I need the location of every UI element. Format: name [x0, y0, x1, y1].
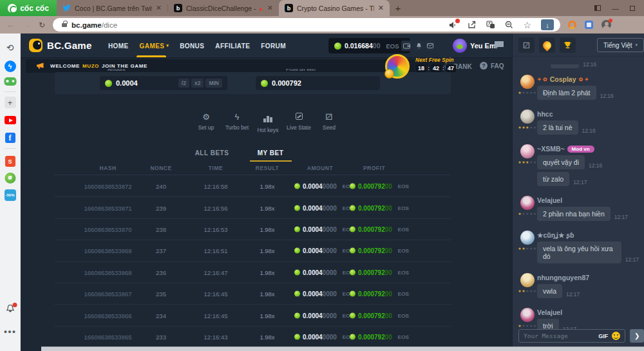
table-row[interactable]: 16608638533872 240 12:16:58 1.98x 0.0004…	[55, 176, 451, 197]
chat-username[interactable]: nhungnguyen87	[537, 274, 639, 281]
coccoc-brand-button[interactable]: cốc cốc	[0, 0, 57, 16]
refresh-icon[interactable]: ↻	[39, 21, 45, 30]
bet-amount: 0.00040000 EOS	[294, 204, 354, 211]
avatar[interactable]	[520, 75, 535, 89]
seed-button[interactable]: ⚂ Seed	[308, 112, 350, 131]
deal-leaf-icon[interactable]	[5, 173, 15, 184]
bookmark-star-icon[interactable]: ☆	[524, 20, 532, 30]
nav-games[interactable]: GAMES▾	[140, 43, 169, 50]
url-field[interactable]: bc.game/dice ☆ ↓	[53, 18, 560, 32]
bcgame-favicon: b	[285, 4, 293, 12]
eos-coin-icon	[350, 312, 355, 318]
chat-username[interactable]: Velajuel	[537, 308, 639, 316]
nav-home[interactable]: HOME	[108, 43, 129, 50]
bell-icon[interactable]	[6, 304, 14, 313]
chat-message-input[interactable]: Your Message GIF	[518, 329, 625, 343]
tab-twitter[interactable]: Coco | BC.Game trên Twitter: ✕	[57, 0, 167, 16]
language-selector[interactable]: Tiếng Việt ▾	[597, 38, 644, 52]
restore-window-button[interactable]	[630, 6, 635, 11]
history-icon[interactable]: ⟲	[6, 43, 14, 53]
add-shortcut-button[interactable]: +	[5, 97, 16, 108]
close-tab-icon[interactable]: ✕	[378, 4, 384, 12]
translate-icon[interactable]	[486, 21, 495, 30]
avatar[interactable]	[520, 196, 535, 210]
more-icon[interactable]: ●●●	[4, 328, 16, 335]
chat-username[interactable]: ~XSMB~ Mod vn	[537, 145, 639, 153]
tab-classicdice[interactable]: b ClassicDiceChallenge - ◄An ✕	[168, 0, 279, 16]
bet-amount-input[interactable]: 0.0004 /2 x2 MIN	[100, 76, 227, 90]
dice-games-button[interactable]: ⚂	[518, 37, 535, 53]
avatar[interactable]	[520, 109, 535, 124]
chat-message: ★★★★★ Velajuel trời 12:17 má 12:17	[518, 308, 639, 329]
chat-username[interactable]: Velajuel	[537, 196, 639, 204]
table-row[interactable]: 16608638533870 238 12:16:53 1.98x 0.0004…	[55, 219, 451, 240]
tab-all-bets[interactable]: ALL BETS	[189, 149, 234, 157]
close-tab-icon[interactable]: ✕	[156, 4, 162, 12]
coccoc-update-icon[interactable]	[568, 21, 576, 29]
browser-profile-icon[interactable]	[601, 20, 611, 30]
table-row[interactable]: 16608638533866 234 12:16:45 1.98x 0.0004…	[55, 305, 451, 326]
sidebar-toggle-icon[interactable]	[594, 5, 601, 11]
bet-amount: 0.00040000 EOS	[294, 290, 354, 298]
tab-my-bet[interactable]: MY BET	[248, 149, 293, 157]
share-icon[interactable]	[468, 21, 477, 30]
hotkeys-icon	[263, 112, 272, 122]
chat-toggle-button[interactable]	[494, 41, 505, 50]
chat-username[interactable]: hhcc	[537, 110, 639, 118]
chat-username[interactable]: ★cũŋʝ★ ʂɓ	[537, 231, 639, 239]
wallet-button[interactable]	[401, 41, 412, 51]
gif-button[interactable]: GIF	[598, 333, 608, 339]
bet-nonce: 240	[138, 183, 184, 190]
facebook-icon[interactable]: f	[5, 133, 15, 143]
user-stars: ★★★★★	[518, 125, 537, 129]
avatar[interactable]	[520, 273, 535, 287]
download-icon[interactable]: ↓	[541, 19, 554, 30]
table-row[interactable]: 16608638533865 233 12:16:43 1.98x 0.0004…	[55, 327, 451, 348]
bcgame-logo[interactable]: BC.Game	[29, 39, 92, 52]
profit-on-win-field[interactable]: 0.000792	[256, 76, 380, 90]
table-row[interactable]: 16608638533867 235 12:16:45 1.98x 0.0004…	[55, 283, 451, 305]
coccoc-brand-label: cốc cốc	[20, 4, 49, 13]
back-icon[interactable]: ←	[6, 20, 15, 30]
avatar[interactable]	[520, 308, 535, 322]
chat-message: ★★★★★ hhcc 2 là tui nè 12:16	[518, 109, 639, 137]
table-row[interactable]: 16608638533871 239 12:16:56 1.98x 0.0004…	[55, 197, 451, 218]
message-time: 12:17	[625, 256, 639, 263]
welcome-username: MUZO	[82, 63, 99, 69]
tab-crypto-casino-active[interactable]: b Crypto Casino Games - The 8 ✕	[279, 0, 390, 16]
horizontal-scrollbar[interactable]	[41, 346, 644, 351]
extension-icon[interactable]	[585, 21, 593, 29]
hot-games-button[interactable]	[539, 37, 555, 53]
chat-username[interactable]: ✦ ✿ Cosplay ✿ ✦	[537, 75, 639, 83]
discount-50-icon[interactable]: -50%	[5, 189, 16, 201]
new-tab-button[interactable]: +	[390, 0, 406, 16]
youtube-icon[interactable]	[5, 116, 16, 124]
shopee-icon[interactable]: S	[5, 156, 15, 167]
double-bet-button[interactable]: x2	[191, 79, 204, 88]
messenger-icon[interactable]: ϟ	[5, 61, 16, 72]
close-tab-icon[interactable]: ✕	[267, 4, 273, 12]
avatar[interactable]	[520, 144, 535, 158]
mute-tab-icon[interactable]	[449, 21, 458, 30]
nav-forum[interactable]: FORUM	[261, 43, 286, 50]
eos-coin-icon	[350, 269, 355, 275]
messages-button[interactable]	[425, 41, 435, 51]
avatar[interactable]	[520, 231, 535, 245]
minimize-button[interactable]: —	[612, 5, 619, 12]
forward-icon[interactable]: →	[23, 20, 31, 30]
games-icon[interactable]	[4, 77, 16, 86]
notifications-button[interactable]	[413, 41, 424, 51]
min-bet-button[interactable]: MIN	[205, 79, 222, 88]
nav-bonus[interactable]: BONUS	[180, 43, 204, 50]
faq-link[interactable]: ? FAQ	[480, 62, 504, 70]
emoji-button[interactable]	[612, 332, 620, 340]
trophy-button[interactable]	[560, 37, 576, 53]
free-spin-wheel[interactable]	[385, 54, 410, 79]
table-row[interactable]: 16608638533868 236 12:16:47 1.98x 0.0004…	[55, 262, 451, 283]
nav-affiliate[interactable]: AFFILIATE	[215, 43, 250, 50]
half-bet-button[interactable]: /2	[178, 79, 189, 88]
table-row[interactable]: 16608638533869 237 12:16:51 1.98x 0.0004…	[55, 240, 451, 261]
balance-selector[interactable]: 0.01668400 EOS ▾	[328, 38, 410, 53]
send-message-button[interactable]: ❯	[630, 329, 644, 343]
zoom-out-icon[interactable]	[505, 21, 514, 30]
